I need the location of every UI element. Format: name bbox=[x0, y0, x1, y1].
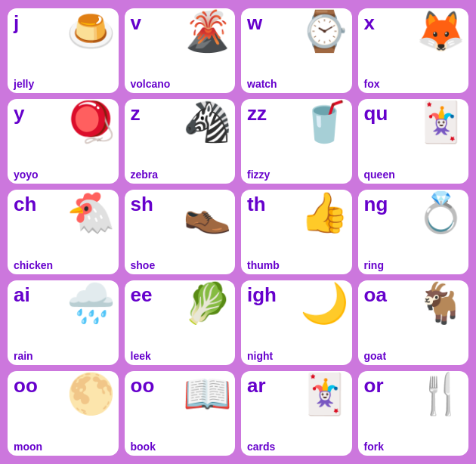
card-image: 🐐 bbox=[416, 283, 465, 323]
card-letter: or bbox=[364, 376, 384, 395]
card-letter: oo bbox=[131, 376, 155, 395]
card-oo1: oo🌕moon bbox=[8, 371, 119, 456]
card-image: 🥬 bbox=[183, 283, 232, 323]
card-letter: v bbox=[131, 13, 141, 32]
card-ai: ai🌧️rain bbox=[8, 280, 119, 365]
card-image: 🐔 bbox=[66, 193, 116, 232]
card-v: v🌋volcano bbox=[125, 8, 236, 93]
card-letter: sh bbox=[131, 194, 153, 214]
card-word: chicken bbox=[14, 259, 53, 271]
card-zz: zz🥤fizzy bbox=[241, 99, 352, 184]
card-letter: oa bbox=[364, 285, 387, 305]
card-image: 🌕 bbox=[66, 374, 116, 413]
card-word: book bbox=[131, 441, 156, 453]
card-image: 🍮 bbox=[66, 11, 116, 51]
card-word: volcano bbox=[131, 78, 171, 90]
card-letter: oo bbox=[14, 376, 38, 395]
card-letter: y bbox=[14, 104, 24, 123]
card-letter: th bbox=[247, 194, 266, 214]
card-image: 🌋 bbox=[183, 11, 232, 51]
card-image: 👞 bbox=[183, 193, 232, 232]
card-word: fox bbox=[364, 78, 380, 90]
card-word: watch bbox=[247, 78, 277, 90]
card-ng: ng💍ring bbox=[358, 190, 469, 274]
card-j: j🍮jelly bbox=[8, 8, 119, 93]
card-word: night bbox=[247, 350, 273, 362]
card-z: z🦓zebra bbox=[125, 99, 236, 184]
card-letter: ng bbox=[364, 194, 388, 214]
card-th: th👍thumb bbox=[241, 190, 352, 274]
phonics-grid: j🍮jellyv🌋volcanow⌚watchx🦊foxy🪀yoyoz🦓zebr… bbox=[0, 1, 476, 463]
card-x: x🦊fox bbox=[358, 8, 469, 93]
card-letter: z bbox=[131, 104, 141, 123]
card-w: w⌚watch bbox=[241, 8, 352, 93]
card-word: yoyo bbox=[14, 169, 39, 181]
card-letter: ai bbox=[14, 285, 30, 305]
card-image: 🥤 bbox=[300, 102, 349, 141]
card-word: thumb bbox=[247, 259, 280, 271]
card-letter: qu bbox=[364, 104, 388, 123]
card-letter: zz bbox=[247, 104, 267, 123]
card-image: 🌙 bbox=[300, 283, 349, 323]
card-qu: qu🃏queen bbox=[358, 99, 469, 184]
card-word: goat bbox=[364, 350, 387, 362]
card-letter: j bbox=[14, 13, 19, 32]
card-sh: sh👞shoe bbox=[125, 190, 236, 274]
card-oo2: oo📖book bbox=[125, 371, 236, 456]
card-image: 🦊 bbox=[416, 11, 465, 51]
card-word: ring bbox=[364, 259, 384, 271]
card-word: rain bbox=[14, 350, 33, 362]
card-word: moon bbox=[14, 441, 42, 453]
card-word: jelly bbox=[14, 78, 34, 90]
card-letter: igh bbox=[247, 285, 277, 305]
card-letter: ee bbox=[131, 285, 153, 305]
card-image: 🃏 bbox=[300, 374, 349, 413]
card-image: ⌚ bbox=[300, 11, 349, 51]
card-oa: oa🐐goat bbox=[358, 280, 469, 365]
card-word: zebra bbox=[131, 169, 159, 181]
card-ar: ar🃏cards bbox=[241, 371, 352, 456]
card-letter: x bbox=[364, 13, 375, 32]
card-word: shoe bbox=[131, 259, 156, 271]
card-word: fizzy bbox=[247, 169, 270, 181]
card-word: leek bbox=[131, 350, 151, 362]
card-image: 🍴 bbox=[416, 374, 465, 413]
card-or: or🍴fork bbox=[358, 371, 469, 456]
card-igh: igh🌙night bbox=[241, 280, 352, 365]
card-image: 💍 bbox=[416, 193, 465, 232]
card-image: 🦓 bbox=[183, 102, 232, 141]
card-y: y🪀yoyo bbox=[8, 99, 119, 184]
card-ch: ch🐔chicken bbox=[8, 190, 119, 274]
card-word: fork bbox=[364, 441, 384, 453]
card-letter: ar bbox=[247, 376, 266, 395]
card-image: 🌧️ bbox=[66, 283, 116, 323]
card-word: queen bbox=[364, 169, 395, 181]
card-image: 🃏 bbox=[416, 102, 465, 141]
card-image: 🪀 bbox=[66, 102, 116, 141]
card-ee: ee🥬leek bbox=[125, 280, 236, 365]
card-image: 📖 bbox=[183, 374, 232, 413]
card-letter: w bbox=[247, 13, 262, 32]
card-image: 👍 bbox=[300, 193, 349, 232]
card-letter: ch bbox=[14, 194, 36, 214]
card-word: cards bbox=[247, 441, 275, 453]
